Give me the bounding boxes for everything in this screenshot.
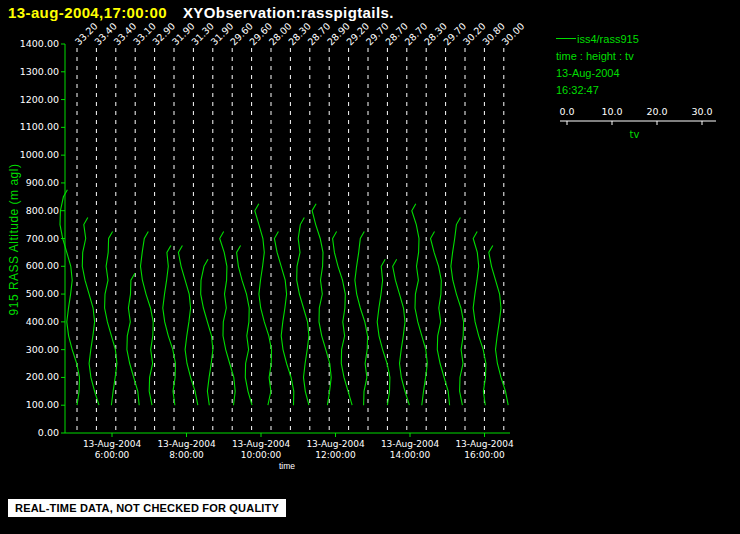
quality-banner: REAL-TIME DATA, NOT CHECKED FOR QUALITY xyxy=(8,499,286,517)
x-tick-time-label: 12:00:00 xyxy=(315,450,356,460)
x-tick-date-label: 13-Aug-2004 xyxy=(306,439,365,449)
rass-profile-curve xyxy=(489,245,508,405)
rass-profile-curve xyxy=(105,232,117,406)
rass-profile-curve xyxy=(377,259,390,405)
rass-profile-curve xyxy=(255,204,272,406)
y-tick-label: 900.00 xyxy=(26,177,59,188)
y-tick-label: 200.00 xyxy=(26,371,59,382)
legend-mapping: time : height : tv xyxy=(556,48,731,65)
rass-profile-curve xyxy=(297,218,309,406)
rass-profile-curve xyxy=(451,218,464,406)
y-tick-label: 500.00 xyxy=(26,288,59,299)
x-tick-date-label: 13-Aug-2004 xyxy=(157,439,216,449)
rass-profile-curve xyxy=(355,232,368,406)
tv-scale-tick-label: 0.0 xyxy=(559,106,574,117)
x-tick-date-label: 13-Aug-2004 xyxy=(232,439,291,449)
x-axis-title: time xyxy=(279,461,295,471)
rass-profile-curve xyxy=(312,204,331,406)
x-tick-time-label: 8:00:00 xyxy=(169,450,204,460)
rass-profile-curve xyxy=(333,232,353,406)
y-tick-label: 0.00 xyxy=(38,427,59,438)
tv-scale-tick-label: 20.0 xyxy=(646,106,667,117)
tv-scale-label: tv xyxy=(630,129,640,140)
rass-profile-curve xyxy=(237,245,252,405)
rass-profile-curve xyxy=(141,232,154,406)
x-tick-date-label: 13-Aug-2004 xyxy=(381,439,440,449)
y-tick-label: 100.00 xyxy=(26,399,59,410)
rass-plot-screen: 13-aug-2004,17:00:00XYObservation:rasspi… xyxy=(0,0,740,534)
x-tick-time-label: 16:00:00 xyxy=(464,450,505,460)
legend-line-sample xyxy=(556,38,576,39)
y-tick-label: 1300.00 xyxy=(20,66,59,77)
rass-profile-curve xyxy=(127,273,139,405)
y-tick-label: 700.00 xyxy=(26,233,59,244)
y-tick-label: 1000.00 xyxy=(20,149,59,160)
x-tick-time-label: 14:00:00 xyxy=(390,450,431,460)
rass-profile-curve xyxy=(431,232,450,406)
x-tick-time-label: 10:00:00 xyxy=(241,450,282,460)
y-tick-label: 1400.00 xyxy=(20,38,59,49)
y-tick-label: 400.00 xyxy=(26,316,59,327)
y-tick-label: 300.00 xyxy=(26,344,59,355)
rass-profile-curve xyxy=(201,259,213,405)
rass-profile-curve xyxy=(220,232,236,406)
profile-surface-tv-label: 30.00 xyxy=(499,20,526,47)
x-tick-time-label: 6:00:00 xyxy=(95,450,130,460)
legend-time: 16:32:47 xyxy=(556,82,731,99)
tv-scale-tick-label: 10.0 xyxy=(601,106,622,117)
legend-series-row: iss4/rass915 xyxy=(556,31,731,48)
y-tick-label: 1200.00 xyxy=(20,94,59,105)
x-tick-date-label: 13-Aug-2004 xyxy=(83,439,142,449)
x-tick-date-label: 13-Aug-2004 xyxy=(455,439,514,449)
y-tick-label: 600.00 xyxy=(26,260,59,271)
legend: iss4/rass915 time : height : tv 13-Aug-2… xyxy=(556,31,731,150)
y-tick-label: 1100.00 xyxy=(20,121,59,132)
rass-profile-curve xyxy=(178,245,197,405)
tv-scale-tick-label: 30.0 xyxy=(691,106,712,117)
legend-series-name: iss4/rass915 xyxy=(577,33,639,45)
rass-profile-curve xyxy=(412,204,428,406)
tv-scale-axis: 0.010.020.030.0tv xyxy=(556,99,731,145)
y-tick-label: 800.00 xyxy=(26,205,59,216)
legend-date: 13-Aug-2004 xyxy=(556,65,731,82)
